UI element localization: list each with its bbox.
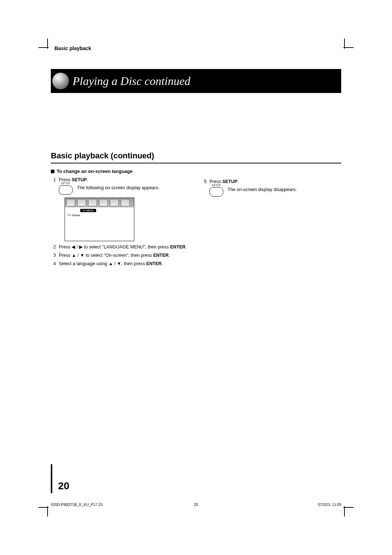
step-1: 1 Press SETUP.	[51, 177, 191, 183]
subheading-text: To change an on-screen language	[57, 169, 132, 174]
step-bold: ENTER	[170, 244, 185, 250]
tv-menu-badge: TV MENU	[80, 209, 96, 212]
step-2: 2 Press ◀ / ▶ to select "LANGUAGE MENU",…	[51, 244, 191, 250]
osd-tab-icon	[121, 199, 130, 206]
step-number: 5	[201, 179, 207, 185]
osd-screenshot: TV MENU TV Shape	[65, 198, 134, 241]
step-text: Press	[59, 253, 72, 258]
step-bold: ENTER	[146, 261, 162, 266]
step-suffix: .	[185, 244, 187, 250]
footer-page: 20	[194, 503, 198, 507]
step-suffix: .	[169, 253, 170, 258]
osd-tab-icon	[110, 199, 119, 206]
section-label: Basic playback	[54, 45, 91, 51]
step-text: Select a language using	[59, 261, 109, 266]
page-number: 20	[58, 480, 69, 492]
step-text: to select "On-screen", then press	[85, 253, 154, 258]
setup-button-icon	[209, 187, 223, 197]
step-number: 2	[51, 244, 56, 250]
osd-tabbar	[65, 198, 134, 207]
step-text: Press	[59, 244, 72, 250]
step-4: 4 Select a language using ▲ / ▼, then pr…	[51, 261, 191, 267]
section-heading: Basic playback (continued)	[51, 151, 154, 160]
up-down-arrow-icon: ▲ / ▼	[109, 261, 121, 266]
step-suffix: .	[237, 179, 238, 184]
step-number: 3	[51, 252, 56, 259]
step-bold: SETUP	[72, 177, 87, 182]
setup-note-row-5: The on-screen display disappears.	[209, 187, 341, 197]
setup-note-row-1: The following on-screen display appears.	[59, 185, 191, 195]
osd-tab-icon	[77, 199, 86, 206]
footer-timestamp: 07/3/23, 11:09	[318, 503, 341, 507]
page-title: Playing a Disc continued	[51, 69, 341, 93]
section-heading-container: Basic playback (continued)	[51, 151, 341, 163]
step-suffix: .	[87, 177, 88, 182]
step-bold: ENTER	[153, 253, 168, 258]
title-bar: Playing a Disc continued	[51, 69, 341, 93]
osd-tab-icon	[66, 199, 75, 206]
step-suffix: .	[162, 261, 163, 266]
left-column: To change an on-screen language 1 Press …	[51, 169, 191, 269]
step-5: 5 Press SETUP.	[201, 179, 341, 185]
step-number: 1	[51, 177, 56, 183]
setup-button-icon	[59, 185, 73, 195]
subheading: To change an on-screen language	[51, 169, 191, 174]
step-number: 4	[51, 261, 56, 267]
step-text: , then press	[121, 261, 146, 266]
square-bullet-icon	[51, 170, 54, 173]
left-right-arrow-icon: ◀ / ▶	[72, 244, 82, 250]
up-down-arrow-icon: ▲ / ▼	[72, 253, 84, 258]
step-text: to select "LANGUAGE MENU", then press	[83, 244, 170, 250]
step-3: 3 Press ▲ / ▼ to select "On-screen", the…	[51, 252, 191, 259]
side-rule-icon	[51, 464, 52, 493]
right-column: 5 Press SETUP. The on-screen display dis…	[201, 169, 341, 269]
osd-tab-icon	[99, 199, 108, 206]
step-note: The on-screen display disappears.	[228, 187, 297, 192]
osd-tab-icon	[88, 199, 97, 206]
sphere-icon	[52, 73, 69, 89]
footer-filename: 03SD-P90DTSE_E_EU_P17-23	[51, 503, 102, 507]
osd-item: TV Shape	[67, 214, 132, 217]
step-note: The following on-screen display appears.	[77, 185, 159, 190]
step-bold: SETUP	[222, 179, 237, 184]
